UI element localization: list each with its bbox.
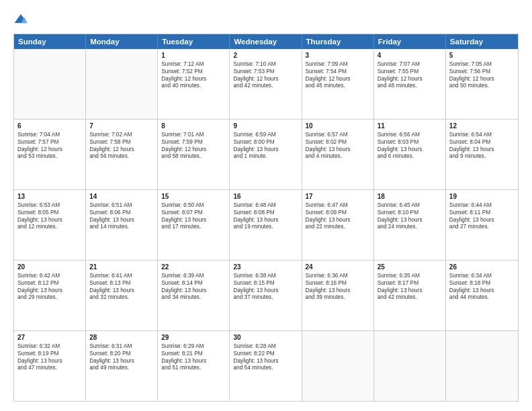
cell-line: Sunset: 7:57 PM	[17, 138, 82, 146]
cell-line: Sunrise: 6:48 AM	[233, 201, 298, 209]
cell-line: Sunset: 8:21 PM	[161, 350, 226, 357]
cell-line: and 42 minutes.	[233, 82, 298, 89]
day-number: 21	[89, 263, 154, 271]
header-cell-sunday: Sunday	[14, 34, 86, 49]
cell-line: and 40 minutes.	[161, 82, 226, 89]
calendar-row-5: 27Sunrise: 6:32 AMSunset: 8:19 PMDayligh…	[14, 331, 518, 401]
header-cell-wednesday: Wednesday	[230, 34, 302, 49]
day-cell-2: 2Sunrise: 7:10 AMSunset: 7:53 PMDaylight…	[230, 49, 302, 119]
cell-line: Sunrise: 6:50 AM	[161, 201, 226, 209]
cell-line: Sunrise: 7:09 AM	[306, 60, 370, 68]
cell-line: and 4 minutes.	[306, 152, 370, 160]
cell-line: Sunrise: 6:57 AM	[306, 131, 370, 138]
empty-cell-0-1	[86, 49, 158, 119]
cell-line: Daylight: 13 hours	[449, 287, 515, 294]
cell-line: Sunrise: 7:01 AM	[161, 131, 226, 138]
empty-cell-0-0	[14, 49, 86, 119]
cell-line: Sunset: 7:52 PM	[161, 68, 226, 75]
calendar-row-2: 6Sunrise: 7:04 AMSunset: 7:57 PMDaylight…	[14, 120, 518, 190]
empty-cell-4-6	[446, 331, 518, 401]
day-cell-3: 3Sunrise: 7:09 AMSunset: 7:54 PMDaylight…	[302, 49, 374, 119]
header	[13, 12, 519, 27]
page: SundayMondayTuesdayWednesdayThursdayFrid…	[0, 0, 532, 411]
cell-line: Sunset: 8:08 PM	[233, 209, 298, 216]
day-cell-15: 15Sunrise: 6:50 AMSunset: 8:07 PMDayligh…	[158, 190, 230, 260]
cell-line: Daylight: 13 hours	[17, 287, 82, 294]
cell-line: and 34 minutes.	[161, 293, 226, 301]
cell-line: Sunrise: 7:05 AM	[449, 60, 515, 68]
cell-line: and 45 minutes.	[306, 82, 370, 89]
day-cell-29: 29Sunrise: 6:29 AMSunset: 8:21 PMDayligh…	[158, 331, 230, 401]
cell-line: Daylight: 12 hours	[89, 146, 154, 153]
day-number: 7	[89, 122, 154, 130]
day-cell-9: 9Sunrise: 6:59 AMSunset: 8:00 PMDaylight…	[230, 120, 302, 189]
day-number: 26	[449, 263, 515, 271]
cell-line: Sunset: 7:55 PM	[378, 68, 442, 75]
cell-line: and 1 minute.	[233, 152, 298, 160]
cell-line: Daylight: 13 hours	[233, 216, 298, 224]
cell-line: Daylight: 12 hours	[233, 75, 298, 83]
cell-line: Sunrise: 7:12 AM	[161, 60, 226, 68]
cell-line: Sunrise: 6:56 AM	[378, 131, 442, 138]
day-cell-7: 7Sunrise: 7:02 AMSunset: 7:58 PMDaylight…	[86, 120, 158, 189]
cell-line: and 24 minutes.	[378, 223, 442, 230]
day-cell-23: 23Sunrise: 6:38 AMSunset: 8:15 PMDayligh…	[230, 261, 302, 330]
cell-line: Sunset: 8:00 PM	[233, 138, 298, 146]
empty-cell-4-4	[302, 331, 374, 401]
cell-line: Sunrise: 6:45 AM	[378, 201, 442, 209]
cell-line: and 9 minutes.	[449, 152, 515, 160]
cell-line: Sunset: 7:58 PM	[89, 138, 154, 146]
cell-line: Daylight: 13 hours	[161, 287, 226, 294]
cell-line: Sunset: 8:22 PM	[233, 350, 298, 357]
day-number: 5	[449, 52, 515, 59]
cell-line: Daylight: 13 hours	[89, 357, 154, 365]
day-cell-20: 20Sunrise: 6:42 AMSunset: 8:12 PMDayligh…	[14, 261, 86, 330]
cell-line: Sunrise: 6:39 AM	[161, 272, 226, 279]
calendar-header: SundayMondayTuesdayWednesdayThursdayFrid…	[14, 34, 518, 49]
cell-line: Sunrise: 7:04 AM	[17, 131, 82, 138]
day-number: 14	[89, 193, 154, 200]
cell-line: Sunset: 8:12 PM	[17, 279, 82, 287]
cell-line: Daylight: 12 hours	[378, 75, 442, 83]
day-number: 3	[306, 52, 370, 59]
day-number: 11	[378, 122, 442, 130]
cell-line: and 50 minutes.	[449, 82, 515, 89]
day-cell-10: 10Sunrise: 6:57 AMSunset: 8:02 PMDayligh…	[302, 120, 374, 189]
calendar-row-1: 1Sunrise: 7:12 AMSunset: 7:52 PMDaylight…	[14, 49, 518, 120]
cell-line: Sunset: 8:16 PM	[306, 279, 370, 287]
cell-line: and 48 minutes.	[378, 82, 442, 89]
day-cell-26: 26Sunrise: 6:34 AMSunset: 8:18 PMDayligh…	[446, 261, 518, 330]
day-cell-1: 1Sunrise: 7:12 AMSunset: 7:52 PMDaylight…	[158, 49, 230, 119]
cell-line: Daylight: 13 hours	[306, 287, 370, 294]
day-cell-22: 22Sunrise: 6:39 AMSunset: 8:14 PMDayligh…	[158, 261, 230, 330]
cell-line: Sunrise: 6:38 AM	[233, 272, 298, 279]
day-number: 25	[378, 263, 442, 271]
logo	[13, 12, 31, 27]
day-number: 9	[233, 122, 298, 130]
cell-line: and 53 minutes.	[17, 152, 82, 160]
cell-line: Daylight: 13 hours	[306, 146, 370, 153]
day-number: 2	[233, 52, 298, 59]
cell-line: Daylight: 13 hours	[89, 216, 154, 224]
cell-line: Sunrise: 6:34 AM	[449, 272, 515, 279]
day-number: 17	[306, 193, 370, 200]
cell-line: Sunset: 8:18 PM	[449, 279, 515, 287]
day-cell-21: 21Sunrise: 6:41 AMSunset: 8:13 PMDayligh…	[86, 261, 158, 330]
header-cell-saturday: Saturday	[446, 34, 518, 49]
cell-line: Sunset: 8:04 PM	[449, 138, 515, 146]
cell-line: and 32 minutes.	[89, 293, 154, 301]
cell-line: and 51 minutes.	[161, 364, 226, 371]
day-number: 23	[233, 263, 298, 271]
cell-line: and 56 minutes.	[89, 152, 154, 160]
day-cell-19: 19Sunrise: 6:44 AMSunset: 8:11 PMDayligh…	[446, 190, 518, 260]
cell-line: Sunset: 8:17 PM	[378, 279, 442, 287]
day-number: 22	[161, 263, 226, 271]
cell-line: Daylight: 13 hours	[89, 287, 154, 294]
cell-line: and 49 minutes.	[89, 364, 154, 371]
day-cell-17: 17Sunrise: 6:47 AMSunset: 8:09 PMDayligh…	[302, 190, 374, 260]
cell-line: and 42 minutes.	[378, 293, 442, 301]
cell-line: Sunset: 8:03 PM	[378, 138, 442, 146]
cell-line: Sunset: 8:06 PM	[89, 209, 154, 216]
cell-line: Sunset: 8:20 PM	[89, 350, 154, 357]
cell-line: and 58 minutes.	[161, 152, 226, 160]
